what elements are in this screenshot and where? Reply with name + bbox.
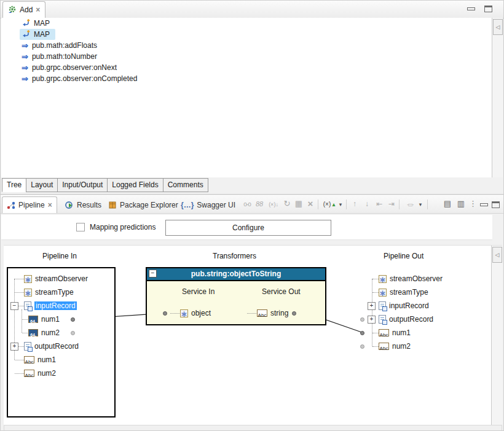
delete-icon[interactable] <box>305 199 315 210</box>
tab-layout[interactable]: Layout <box>26 178 58 192</box>
insert-table-icon[interactable] <box>293 199 304 210</box>
pipeline-in-row[interactable]: streamObserver <box>24 273 88 284</box>
tree-line <box>372 346 379 347</box>
flow-step[interactable]: ⇒ pub.grpc.observer:onCompleted <box>22 73 137 84</box>
set-value-dropdown-icon[interactable] <box>337 199 344 210</box>
expand-toggle[interactable]: + <box>10 343 18 351</box>
mapping-anchor-dot[interactable] <box>292 311 296 316</box>
tab-package-explorer[interactable]: Package Explorer <box>104 196 183 213</box>
horizontal-scrollbar[interactable] <box>4 425 502 431</box>
tree-line <box>372 292 379 293</box>
flow-step[interactable]: ⇒ pub.math:toNumber <box>22 51 97 62</box>
field-label: outputRecord <box>34 342 79 351</box>
tab-comments[interactable]: Comments <box>163 178 208 192</box>
pipeline-view-panel: Pipeline × Results Package Explorer {…} <box>1 194 503 430</box>
pipeline-out-row[interactable]: num2 <box>379 341 411 352</box>
object-type-icon <box>379 289 387 297</box>
pipeline-in-row[interactable]: num1 <box>24 354 56 365</box>
tree-line <box>170 313 179 314</box>
refresh-icon[interactable] <box>282 199 292 210</box>
mapping-anchor-dot[interactable] <box>360 317 364 322</box>
pipeline-in-row[interactable]: streamType <box>24 287 74 298</box>
move-up-icon[interactable] <box>350 199 360 210</box>
mapping-anchor-dot[interactable] <box>71 331 75 335</box>
pipeline-canvas: Pipeline In Transformers Pipeline Out st… <box>4 245 502 425</box>
transformer-output-row[interactable]: string <box>257 308 288 319</box>
close-icon[interactable]: × <box>48 201 52 209</box>
transformer-title-bar[interactable]: pub.string:objectToString <box>146 267 326 280</box>
tab-results[interactable]: Results <box>61 196 106 213</box>
pipeline-out-row[interactable]: streamType <box>379 287 428 298</box>
step-label: MAP <box>34 19 50 28</box>
float64-type-icon <box>28 316 38 323</box>
drop-variable-icon[interactable] <box>266 199 281 210</box>
flow-step-selected[interactable]: MAP <box>22 29 50 40</box>
palette-expand-arrow-icon[interactable]: ◁ <box>492 247 502 263</box>
object-type-icon <box>24 289 32 297</box>
field-label: num1 <box>37 355 56 364</box>
minimize-icon[interactable] <box>480 203 488 206</box>
tab-tree[interactable]: Tree <box>2 178 26 192</box>
shift-right-icon[interactable] <box>387 199 396 210</box>
maximize-icon[interactable] <box>484 6 492 12</box>
pipeline-out-row[interactable]: inputRecord <box>379 300 429 311</box>
move-down-icon[interactable] <box>362 199 372 210</box>
toolbar-separator <box>346 200 347 209</box>
tab-input-output[interactable]: Input/Output <box>57 178 108 192</box>
map-multiple-icon[interactable] <box>254 199 265 210</box>
string-type-icon <box>379 329 389 336</box>
transformer-input-row[interactable]: object <box>180 308 211 319</box>
tree-line <box>18 306 24 306</box>
tab-swagger-ui[interactable]: {…} Swagger UI <box>176 196 240 213</box>
maximize-icon[interactable] <box>492 201 500 208</box>
tab-logged-fields[interactable]: Logged Fields <box>107 178 163 192</box>
shift-left-icon[interactable] <box>374 199 384 210</box>
mapping-anchor-dot[interactable] <box>360 344 364 349</box>
pipeline-in-row[interactable]: num1 <box>28 314 60 325</box>
pipeline-in-row-selected[interactable]: inputRecord <box>24 300 77 311</box>
layout-vertical-icon[interactable] <box>442 199 453 210</box>
editor-tab-add[interactable]: Add × <box>2 1 45 18</box>
service-in-header: Service In <box>182 287 215 296</box>
document-type-icon <box>24 342 31 351</box>
transformers-header: Transformers <box>213 252 256 260</box>
pipeline-in-row[interactable]: outputRecord <box>24 341 79 352</box>
tab-pipeline[interactable]: Pipeline × <box>2 196 57 213</box>
mapping-predictions-checkbox[interactable] <box>76 223 85 231</box>
transformer-collapse-icon[interactable]: − <box>149 270 157 278</box>
minimize-icon[interactable] <box>467 7 475 10</box>
results-icon <box>65 201 74 209</box>
map-link-icon[interactable] <box>241 199 253 210</box>
pipeline-in-header: Pipeline In <box>42 252 77 260</box>
step-label: pub.grpc.observer:onCompleted <box>32 74 137 83</box>
view-menu-icon[interactable] <box>469 199 476 210</box>
collapse-toggle[interactable]: − <box>10 302 18 310</box>
flow-step[interactable]: ⇒ pub.math:addFloats <box>22 40 97 51</box>
pipeline-in-row[interactable]: num2 <box>24 368 56 379</box>
mapping-anchor-dot[interactable] <box>71 317 75 322</box>
flow-step[interactable]: MAP <box>22 18 50 29</box>
step-label: pub.math:toNumber <box>32 52 97 61</box>
flow-editor-canvas: MAP MAP ⇒ pub.math:addFloats ⇒ pub.math:… <box>1 18 503 177</box>
pipeline-icon <box>7 201 15 209</box>
tree-line <box>22 309 22 333</box>
expand-toggle[interactable]: + <box>368 302 376 310</box>
mapping-anchor-dot[interactable] <box>163 311 167 316</box>
expand-node-icon[interactable] <box>403 199 417 210</box>
close-icon[interactable]: × <box>36 6 40 14</box>
tab-label: Pipeline <box>18 201 45 209</box>
pipeline-in-row[interactable]: num2 <box>28 327 60 338</box>
mapping-anchor-dot[interactable] <box>360 331 364 335</box>
expand-node-dropdown-icon[interactable] <box>417 199 423 210</box>
expand-toggle[interactable]: + <box>368 316 376 324</box>
pipeline-out-row[interactable]: outputRecord <box>379 314 433 325</box>
pipeline-out-row[interactable]: num1 <box>379 327 411 338</box>
pipeline-out-row[interactable]: streamObserver <box>379 273 443 284</box>
tree-line <box>22 319 28 320</box>
swagger-icon: {…} <box>181 201 194 209</box>
layout-horizontal-icon[interactable] <box>455 199 467 210</box>
palette-expand-arrow-icon[interactable]: ◁ <box>493 19 503 35</box>
configure-button[interactable]: Configure <box>165 220 331 236</box>
flow-step[interactable]: ⇒ pub.grpc.observer:onNext <box>22 62 117 73</box>
field-label: streamType <box>35 288 74 297</box>
